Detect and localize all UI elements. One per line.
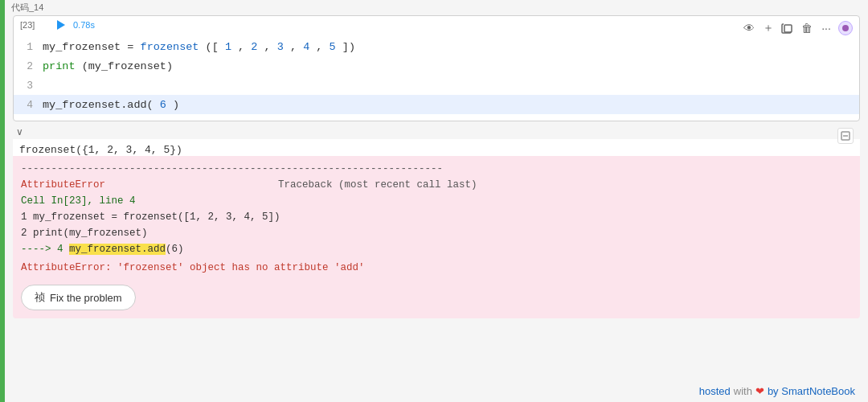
arrow-suffix: (6) — [166, 244, 184, 255]
fix-problem-button[interactable]: 祯 Fix the problem — [21, 285, 136, 310]
line-content-1: my_frozenset = frozenset ([ 1 , 2 , 3 , … — [43, 41, 859, 53]
copy-icon[interactable] — [780, 21, 795, 35]
more-icon[interactable]: ··· — [819, 21, 833, 35]
run-button[interactable] — [57, 19, 68, 31]
footer-hosted: hosted — [699, 385, 731, 397]
code-content: 1 my_frozenset = frozenset ([ 1 , 2 , 3 … — [14, 34, 859, 121]
delete-icon[interactable]: 🗑 — [800, 21, 814, 35]
error-divider: ----------------------------------------… — [21, 161, 852, 177]
run-indicator-dot — [842, 25, 849, 31]
eye-icon[interactable]: 👁 — [742, 21, 756, 35]
cell-label: 代码_14 — [5, 0, 868, 15]
run-indicator — [838, 21, 853, 35]
error-type: AttributeError — [21, 179, 105, 191]
output-content: frozenset({1, 2, 3, 4, 5}) — [13, 139, 860, 156]
footer-with: with — [734, 385, 752, 397]
code-cell: 👁 ＋ 🗑 ··· [23] — [13, 15, 860, 121]
code-line-3: 3 — [14, 76, 859, 95]
cell-accent-bar — [0, 0, 5, 402]
footer: hosted with ❤ by SmartNoteBook — [699, 385, 855, 397]
cell-execution-info: [23] 0.78s — [14, 16, 859, 34]
add-icon[interactable]: ＋ — [761, 21, 776, 35]
line-number-2: 2 — [14, 60, 43, 72]
cell-toolbar: 👁 ＋ 🗑 ··· — [742, 21, 853, 35]
line-content-3 — [43, 80, 859, 92]
error-arrow-line: ----> 4 my_frozenset.add(6) — [21, 241, 852, 257]
line-number-3: 3 — [14, 80, 43, 92]
output-toggle[interactable]: ∨ — [13, 125, 860, 139]
run-time: 0.78s — [73, 20, 95, 30]
line-number-1: 1 — [14, 41, 43, 53]
line-content-2: print (my_frozenset) — [43, 60, 859, 72]
error-message-text: 'frozenset' object has no attribute 'add… — [117, 262, 365, 273]
traceback-label: Traceback (most recent call last) — [278, 179, 477, 191]
error-highlight-code: my_frozenset.add — [69, 244, 166, 255]
fix-icon: 祯 — [35, 290, 45, 305]
collapse-chevron-icon: ∨ — [16, 126, 23, 137]
output-collapse-button[interactable] — [837, 128, 854, 144]
notebook-container: 代码_14 👁 ＋ 🗑 ··· — [0, 0, 868, 402]
error-message-label: AttributeError: — [21, 262, 112, 273]
error-message: AttributeError: 'frozenset' object has n… — [21, 262, 852, 273]
code-line-2: 2 print (my_frozenset) — [14, 56, 859, 76]
output-text: frozenset({1, 2, 3, 4, 5}) — [19, 144, 854, 156]
error-location: Cell In[23], line 4 — [21, 193, 852, 209]
footer-brand: by SmartNoteBook — [768, 385, 855, 397]
arrow-prefix: ----> 4 — [21, 244, 69, 255]
error-code-line1: 1 my_frozenset = frozenset([1, 2, 3, 4, … — [21, 209, 852, 225]
heart-icon: ❤ — [755, 385, 764, 397]
error-code-line2: 2 print(my_frozenset) — [21, 225, 852, 241]
svg-marker-1 — [57, 20, 65, 30]
fix-label: Fix the problem — [50, 292, 122, 304]
line-content-4: my_frozenset.add( 6 ) — [43, 99, 859, 111]
error-header: AttributeError Traceback (most recent ca… — [21, 177, 852, 193]
output-cell: ∨ frozenset({1, 2, 3, 4, 5}) -----------… — [13, 125, 860, 318]
code-line-1: 1 my_frozenset = frozenset ([ 1 , 2 , 3 … — [14, 37, 859, 56]
error-output: ----------------------------------------… — [13, 156, 860, 318]
code-line-4: 4 my_frozenset.add( 6 ) — [14, 95, 859, 114]
cell-wrapper: 代码_14 👁 ＋ 🗑 ··· — [5, 0, 868, 402]
svg-rect-0 — [784, 25, 792, 32]
line-number-4: 4 — [14, 99, 43, 111]
execution-count: [23] — [20, 20, 52, 30]
